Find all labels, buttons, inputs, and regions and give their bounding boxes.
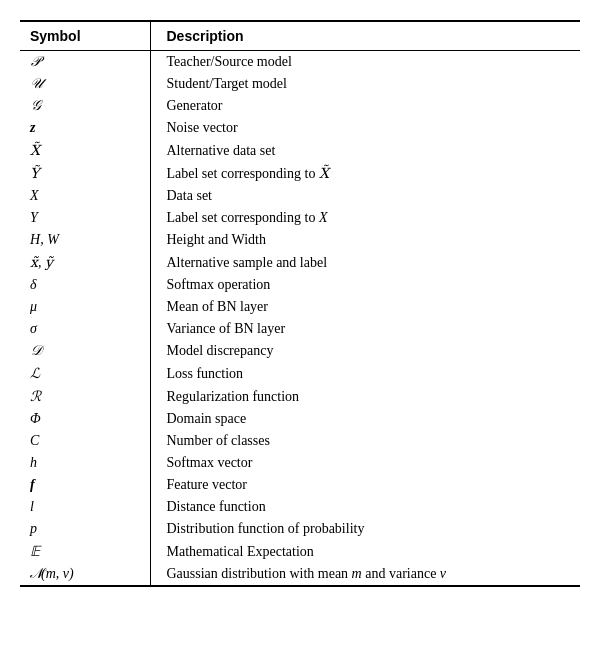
table-row: σVariance of BN layer <box>20 318 580 340</box>
symbol-cell: x̃, ỹ <box>20 251 150 274</box>
description-cell: Alternative sample and label <box>150 251 580 274</box>
table-header-row: Symbol Description <box>20 21 580 51</box>
description-cell: Feature vector <box>150 474 580 496</box>
table-row: H, WHeight and Width <box>20 229 580 251</box>
description-cell: Teacher/Source model <box>150 51 580 74</box>
symbol-cell: Y <box>20 207 150 229</box>
description-cell: Label set corresponding to X̃ <box>150 162 580 185</box>
symbol-cell: 𝒫 <box>20 51 150 74</box>
symbol-cell: δ <box>20 274 150 296</box>
symbol-cell: f <box>20 474 150 496</box>
table-row: pDistribution function of probability <box>20 518 580 540</box>
description-cell: Variance of BN layer <box>150 318 580 340</box>
symbol-column-header: Symbol <box>20 21 150 51</box>
symbol-cell: X̃ <box>20 139 150 162</box>
table-row: 𝒢Generator <box>20 95 580 117</box>
symbol-cell: σ <box>20 318 150 340</box>
description-cell: Mean of BN layer <box>150 296 580 318</box>
description-cell: Gaussian distribution with mean m and va… <box>150 563 580 586</box>
table-row: 𝒩(m, v)Gaussian distribution with mean m… <box>20 563 580 586</box>
table-body: 𝒫Teacher/Source model𝒰Student/Target mod… <box>20 51 580 587</box>
description-cell: Softmax operation <box>150 274 580 296</box>
symbol-cell: p <box>20 518 150 540</box>
symbol-cell: 𝒰 <box>20 73 150 95</box>
description-cell: Distribution function of probability <box>150 518 580 540</box>
description-cell: Noise vector <box>150 117 580 139</box>
table-row: ỸLabel set corresponding to X̃ <box>20 162 580 185</box>
table-row: 𝒰Student/Target model <box>20 73 580 95</box>
table-row: δSoftmax operation <box>20 274 580 296</box>
table-row: 𝒟Model discrepancy <box>20 340 580 362</box>
description-cell: Student/Target model <box>150 73 580 95</box>
symbol-cell: h <box>20 452 150 474</box>
description-cell: Height and Width <box>150 229 580 251</box>
table-row: fFeature vector <box>20 474 580 496</box>
table-row: μMean of BN layer <box>20 296 580 318</box>
description-cell: Generator <box>150 95 580 117</box>
symbol-cell: Φ <box>20 408 150 430</box>
description-column-header: Description <box>150 21 580 51</box>
symbol-cell: z <box>20 117 150 139</box>
symbol-cell: 𝒢 <box>20 95 150 117</box>
symbol-cell: H, W <box>20 229 150 251</box>
description-cell: Loss function <box>150 362 580 385</box>
table-row: XData set <box>20 185 580 207</box>
symbol-cell: 𝔼 <box>20 540 150 563</box>
table-row: ΦDomain space <box>20 408 580 430</box>
description-cell: Distance function <box>150 496 580 518</box>
description-cell: Alternative data set <box>150 139 580 162</box>
table-row: ℒLoss function <box>20 362 580 385</box>
table-row: lDistance function <box>20 496 580 518</box>
description-cell: Regularization function <box>150 385 580 408</box>
symbol-cell: X <box>20 185 150 207</box>
description-cell: Mathematical Expectation <box>150 540 580 563</box>
table-row: hSoftmax vector <box>20 452 580 474</box>
main-table-container: Symbol Description 𝒫Teacher/Source model… <box>20 20 580 587</box>
symbol-cell: C <box>20 430 150 452</box>
symbol-table: Symbol Description 𝒫Teacher/Source model… <box>20 20 580 587</box>
table-row: zNoise vector <box>20 117 580 139</box>
description-cell: Data set <box>150 185 580 207</box>
description-cell: Number of classes <box>150 430 580 452</box>
symbol-cell: l <box>20 496 150 518</box>
description-cell: Model discrepancy <box>150 340 580 362</box>
symbol-cell: ℒ <box>20 362 150 385</box>
table-row: X̃Alternative data set <box>20 139 580 162</box>
table-row: x̃, ỹAlternative sample and label <box>20 251 580 274</box>
table-row: YLabel set corresponding to X <box>20 207 580 229</box>
table-row: 𝒫Teacher/Source model <box>20 51 580 74</box>
table-row: 𝔼Mathematical Expectation <box>20 540 580 563</box>
symbol-cell: 𝒩(m, v) <box>20 563 150 586</box>
description-cell: Softmax vector <box>150 452 580 474</box>
symbol-cell: Ỹ <box>20 162 150 185</box>
symbol-cell: ℛ <box>20 385 150 408</box>
table-row: CNumber of classes <box>20 430 580 452</box>
symbol-cell: μ <box>20 296 150 318</box>
description-cell: Domain space <box>150 408 580 430</box>
table-row: ℛRegularization function <box>20 385 580 408</box>
description-cell: Label set corresponding to X <box>150 207 580 229</box>
symbol-cell: 𝒟 <box>20 340 150 362</box>
